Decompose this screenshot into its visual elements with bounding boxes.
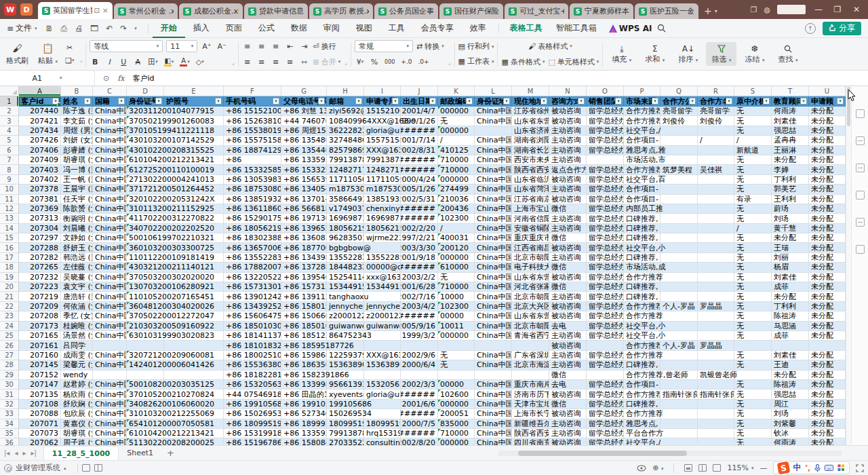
- cell[interactable]: 无: [734, 126, 772, 136]
- filter-dropdown-icon[interactable]: ▾: [118, 98, 125, 104]
- cell[interactable]: China中国: [475, 429, 512, 438]
- cell[interactable]: 未分配: [809, 195, 846, 204]
- cell[interactable]: 舒妍玉 (女: [61, 243, 93, 252]
- header-cell-D[interactable]: 身份证号▾: [127, 96, 164, 107]
- cell[interactable]: /: [734, 224, 772, 233]
- cell[interactable]: 000000: [438, 126, 475, 136]
- cell[interactable]: 留学总经办: [587, 224, 624, 233]
- italic-button[interactable]: I: [104, 56, 115, 67]
- cell[interactable]: 未分配: [809, 136, 846, 145]
- cell[interactable]: +86 1360831276: [281, 233, 327, 243]
- cell[interactable]: ########: [401, 263, 438, 272]
- cell[interactable]: 刘丽: [772, 253, 809, 263]
- cell[interactable]: [438, 370, 475, 380]
- cell[interactable]: +86 13611860: [224, 204, 281, 214]
- row-number[interactable]: 21: [0, 292, 19, 301]
- input-lang-toggle[interactable]: 中: [793, 462, 801, 474]
- cell[interactable]: 未分配: [809, 224, 846, 233]
- cell[interactable]: 口碑推荐,: [624, 224, 660, 233]
- cell[interactable]: China中国: [93, 292, 127, 301]
- column-header-R[interactable]: R: [698, 86, 734, 96]
- cell[interactable]: 留学总经办: [587, 322, 624, 331]
- cell[interactable]: 340702200202202520: [127, 224, 164, 233]
- cell[interactable]: 王丽淋: [772, 146, 809, 155]
- cell[interactable]: 口碑推荐,: [624, 360, 660, 370]
- cell[interactable]: 370503200302020020: [127, 273, 164, 282]
- print-icon[interactable]: 🖨: [75, 24, 83, 33]
- cell[interactable]: 王利利: [772, 195, 809, 204]
- cell[interactable]: 成雨雯 (女: [61, 351, 93, 360]
- cell[interactable]: 207223: [19, 282, 61, 292]
- cell[interactable]: 未分配: [809, 273, 846, 282]
- cell[interactable]: 2001/6/6: [401, 400, 438, 409]
- close-tab-icon[interactable]: ×: [102, 6, 108, 15]
- cell[interactable]: gloria@uk: [364, 126, 401, 136]
- cell[interactable]: [127, 341, 164, 350]
- cell[interactable]: +86 13220522: [224, 273, 281, 282]
- cell[interactable]: 未分配: [809, 438, 846, 445]
- header-cell-Q[interactable]: 合作方公▾: [660, 96, 698, 107]
- decrease-font-button[interactable]: A⁻: [216, 41, 228, 52]
- cell[interactable]: +86 13439252: [224, 302, 281, 311]
- row-number[interactable]: 16: [0, 243, 19, 252]
- cell[interactable]: 207406: [19, 146, 61, 155]
- cell[interactable]: 留学总经办: [587, 195, 624, 204]
- cell[interactable]: 207288: [19, 243, 61, 252]
- cell[interactable]: +86 18753080: [224, 185, 281, 194]
- cell[interactable]: /: [438, 224, 475, 233]
- cell[interactable]: 留学总经办: [587, 146, 624, 155]
- cell[interactable]: 370105200210270824: [127, 390, 164, 399]
- cell[interactable]: 被动咨询: [549, 341, 587, 350]
- cell[interactable]: 被动咨询: [549, 273, 587, 282]
- statusbar-split-icon[interactable]: [94, 464, 102, 472]
- format-painter-button[interactable]: 🖌格式刷: [3, 43, 32, 66]
- cell[interactable]: 吴晓蔓 (女: [61, 273, 93, 282]
- cell[interactable]: bgbgbow@: [327, 243, 364, 252]
- row-number[interactable]: 30: [0, 380, 19, 390]
- cell[interactable]: +86 18141137: [224, 331, 281, 341]
- cell[interactable]: m1875308(: [364, 185, 401, 194]
- cell[interactable]: 2002/2/20: [401, 224, 438, 233]
- filter-dropdown-icon[interactable]: ▾: [689, 98, 696, 104]
- close-button[interactable]: ✕: [850, 5, 863, 14]
- cell[interactable]: chenxinyur: [364, 204, 401, 214]
- cell[interactable]: +86 15263810: [224, 116, 281, 126]
- merge-cells-button[interactable]: ⊞合并▾: [313, 56, 341, 69]
- cell[interactable]: China中国: [475, 146, 512, 155]
- column-header-P[interactable]: P: [624, 86, 660, 96]
- cell[interactable]: +86 15606475: [224, 311, 281, 321]
- cell[interactable]: 未分配: [809, 263, 846, 272]
- cell[interactable]: 180562199: [364, 224, 401, 233]
- clipboard-expander-icon[interactable]: ⌟: [79, 57, 82, 63]
- cell[interactable]: China中国: [93, 126, 127, 136]
- cell[interactable]: 710000: [438, 155, 475, 165]
- cell[interactable]: 371721200501264452: [127, 185, 164, 194]
- statusbar-window-icon[interactable]: [82, 464, 90, 472]
- cell[interactable]: China中国: [93, 253, 127, 263]
- number-format-select[interactable]: 常规▾: [355, 40, 413, 52]
- cell[interactable]: 主动咨询: [549, 224, 587, 233]
- cell[interactable]: +86 1354402198: [281, 146, 327, 155]
- cell[interactable]: 102300: [438, 302, 475, 311]
- cell[interactable]: 李文茹 (女: [61, 116, 93, 126]
- cell[interactable]: 327484864: [327, 136, 364, 145]
- cell[interactable]: 被动咨询: [549, 243, 587, 252]
- cell[interactable]: [698, 126, 734, 136]
- cell[interactable]: 被动咨询: [549, 409, 587, 419]
- cell[interactable]: China中国: [93, 438, 127, 445]
- cell[interactable]: China中国: [93, 195, 127, 204]
- eraser-button[interactable]: ◇▾: [195, 56, 205, 67]
- cell[interactable]: 赵君婷 (女: [61, 380, 93, 390]
- cell[interactable]: 未分配: [809, 243, 846, 252]
- cell[interactable]: 无: [734, 438, 772, 445]
- cell[interactable]: gloria@uk: [364, 390, 401, 399]
- cell[interactable]: 未分配: [772, 155, 809, 165]
- undo-icon[interactable]: ↶: [106, 24, 113, 33]
- cell[interactable]: 153638966: [327, 360, 364, 370]
- cell[interactable]: m1875308(: [327, 185, 364, 194]
- cell[interactable]: 未分配: [809, 370, 846, 380]
- filter-dropdown-icon[interactable]: ▾: [466, 98, 473, 104]
- sheet-tab-active[interactable]: 11_28_5_1000: [43, 446, 119, 460]
- cell[interactable]: +86 56681836: [281, 204, 327, 214]
- cell[interactable]: +86 15290175: [224, 214, 281, 223]
